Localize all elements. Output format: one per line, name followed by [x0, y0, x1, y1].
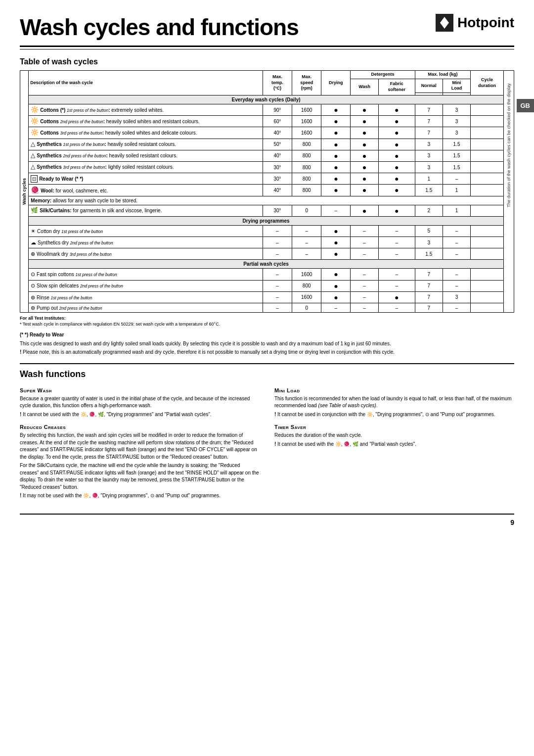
header: Wash cycles and functions Hotpoint [0, 0, 534, 46]
mini-cell: – [443, 303, 470, 312]
mini-cell: 1.5 [443, 162, 470, 173]
drying-cell: ● [321, 291, 351, 303]
temp-cell: – [263, 280, 292, 291]
drying-cell: ● [321, 173, 351, 185]
drying-cell: – [321, 303, 351, 312]
wash-functions-grid: Super Wash Because a greater quantity of… [20, 387, 514, 506]
row-icon: ⊛ [31, 294, 35, 300]
temp-cell: 30° [263, 205, 292, 216]
fabric-softener-header: Fabricsoftener [378, 79, 415, 95]
speed-cell: 0 [292, 303, 321, 312]
wash-cell: – [351, 269, 378, 280]
reduced-creases-title: Reduced Creases [20, 424, 260, 430]
wash-cell: ● [351, 150, 378, 161]
mini-load-block: Mini Load This function is recommended f… [274, 387, 514, 419]
desc-cell: ⊕ Woollmark dry 3rd press of the button [29, 248, 263, 260]
normal-cell: 3 [415, 150, 443, 161]
fabric-cell: ● [378, 150, 415, 161]
mini-cell: – [443, 173, 470, 185]
row-icon: ⊕ [31, 251, 35, 257]
table-row: ⊙ Slow spin delicates 2nd press of the b… [29, 280, 503, 291]
row-icon: ⊛ [31, 305, 35, 311]
drying-cell: ● [321, 236, 351, 248]
table-row: ⊛ Rinse 1st press of the button – 1600 ●… [29, 291, 503, 303]
page-number: 9 [510, 519, 514, 526]
table-row: △ Synthetics 2nd press of the button: he… [29, 150, 503, 161]
desc-cell: 🔆 Cottons (*) 1st press of the button: e… [29, 104, 263, 116]
duration-cell [471, 303, 504, 312]
mini-cell: 3 [443, 116, 470, 127]
brand-icon [436, 14, 453, 32]
drying-cell: – [321, 205, 351, 216]
duration-cell [471, 173, 504, 185]
desc-cell: ⊙ Slow spin delicates 2nd press of the b… [29, 280, 263, 291]
desc-cell-memory: Memory: allows for any wash cycle to be … [29, 196, 503, 205]
temp-cell: – [263, 236, 292, 248]
table-row: ☁ Synthetics dry 2nd press of the button… [29, 236, 503, 248]
temp-cell: 30° [263, 173, 292, 185]
max-speed-header: Max.speed(rpm) [292, 71, 321, 95]
table-row: ☀ Cotton dry 1st press of the button – –… [29, 225, 503, 236]
group-drying-label: Drying programmes [29, 216, 503, 225]
timer-saver-warning: It cannot be used with the 🔆, 🧶, 🌿 and "… [274, 441, 514, 448]
duration-cell [471, 185, 504, 196]
mini-cell: 1 [443, 185, 470, 196]
wash-cell: – [351, 236, 378, 248]
wash-cell: ● [351, 162, 378, 173]
table-row: ⊙ Fast spin cottons 1st press of the but… [29, 269, 503, 280]
desc-cell: ⊛ Rinse 1st press of the button [29, 291, 263, 303]
mini-cell: 1 [443, 205, 470, 216]
table-row: ⊛ Pump out 2nd press of the button – 0 –… [29, 303, 503, 312]
table-header-row: Description of the wash cycle Max.temp.(… [29, 71, 503, 79]
reduced-creases-warning: It may not be used with the 🔆, 🧶, "Dryin… [20, 492, 260, 500]
temp-cell: – [263, 248, 292, 260]
fabric-cell: – [378, 269, 415, 280]
row-icon: 🔆 [31, 129, 39, 136]
wash-cell: – [351, 303, 378, 312]
normal-cell: 3 [415, 139, 443, 150]
cycle-duration-header: Cycleduration [471, 71, 504, 95]
table-row: 🔆 Cottons 3rd press of the button: heavi… [29, 127, 503, 139]
rw-p1: This cycle was designed to wash and dry … [20, 340, 514, 348]
duration-cell [471, 280, 504, 291]
mini-cell: 3 [443, 127, 470, 139]
rw-title: (* *) Ready to Wear [20, 332, 64, 337]
row-icon: ⊙ [31, 271, 35, 277]
timer-saver-p1: Reduces the duration of the wash cycle. [274, 432, 514, 439]
duration-cell [471, 104, 504, 116]
duration-cell [471, 291, 504, 303]
desc-cell: ⊙ Fast spin cottons 1st press of the but… [29, 269, 263, 280]
row-icon: △ [31, 152, 35, 159]
functions-right-col: Mini Load This function is recommended f… [274, 387, 514, 506]
normal-cell: 1.5 [415, 248, 443, 260]
temp-cell: 40° [263, 150, 292, 161]
note-star: * Test wash cycle in compliance with reg… [20, 322, 514, 327]
speed-cell: 1600 [292, 127, 321, 139]
wash-cell: – [351, 225, 378, 236]
temp-cell: 30° [263, 162, 292, 173]
temp-cell: – [263, 303, 292, 312]
drying-cell: ● [321, 104, 351, 116]
row-icon: 🧶 [31, 186, 39, 194]
normal-cell: 7 [415, 291, 443, 303]
wash-cell: ● [351, 104, 378, 116]
brand-icon-shape [440, 17, 449, 29]
row-icon: △ [31, 141, 35, 147]
normal-cell: 7 [415, 127, 443, 139]
mini-cell: – [443, 280, 470, 291]
table-notes: For all Test Institutes: * Test wash cyc… [20, 316, 514, 327]
functions-left-col: Super Wash Because a greater quantity of… [20, 387, 260, 506]
table-row: 🔆 Cottons 2nd press of the button: heavi… [29, 116, 503, 127]
duration-cell [471, 269, 504, 280]
max-temp-header: Max.temp.(°C) [263, 71, 292, 95]
mini-cell: – [443, 248, 470, 260]
fabric-cell: ● [378, 185, 415, 196]
duration-cell [471, 139, 504, 150]
normal-cell: 3 [415, 236, 443, 248]
bottom-divider [20, 514, 514, 515]
fabric-cell: ● [378, 104, 415, 116]
wash-cycles-rotated-label: Wash cycles [22, 178, 27, 205]
header-divider-thick [20, 46, 514, 47]
max-load-header: Max. load (kg) [415, 71, 470, 79]
temp-cell: – [263, 225, 292, 236]
